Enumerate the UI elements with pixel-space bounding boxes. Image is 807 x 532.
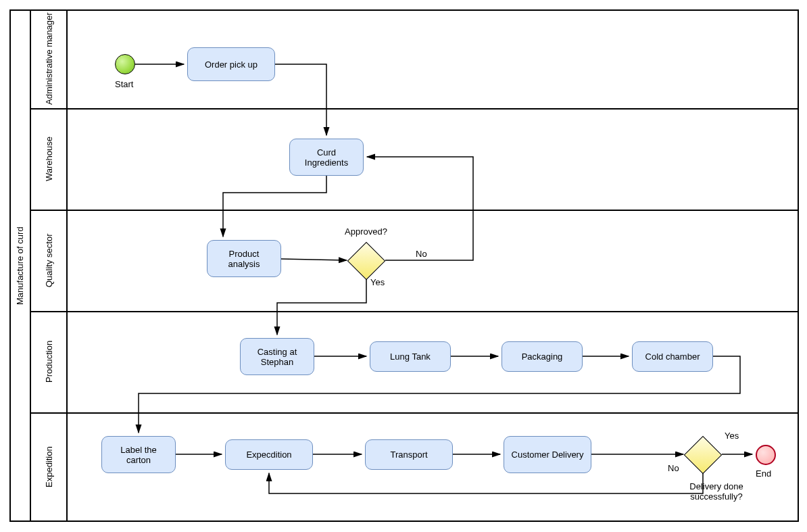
- lane-border-3: [31, 311, 799, 312]
- lane-border-1: [31, 108, 799, 110]
- lane-title-expedition: Expedition: [31, 412, 66, 522]
- gateway-delivery-label: Delivery done successfully?: [676, 481, 757, 502]
- lane-border-4: [31, 412, 799, 414]
- task-label-carton: Label the carton: [101, 436, 176, 473]
- task-curd-ingredients: Curd Ingredients: [289, 139, 364, 176]
- task-expedition: Expecdition: [225, 439, 313, 470]
- bpmn-diagram: Manufacture of curd Administrative manag…: [0, 0, 807, 532]
- task-packaging: Packaging: [502, 341, 583, 372]
- task-transport: Transport: [365, 439, 453, 470]
- lane-border-2: [31, 210, 799, 211]
- task-product-analysis: Product analysis: [207, 240, 281, 277]
- start-event: [115, 54, 135, 74]
- start-label: Start: [115, 79, 133, 89]
- pool-title: Manufacture of curd: [9, 9, 30, 522]
- lane-title-separator: [66, 9, 68, 522]
- lane-title-production: Production: [31, 311, 66, 412]
- task-order-pickup: Order pick up: [187, 47, 275, 81]
- gateway-approved-label: Approved?: [345, 226, 387, 237]
- task-cold-chamber: Cold chamber: [632, 341, 713, 372]
- gateway-approved-yes: Yes: [370, 277, 387, 287]
- task-customer-delivery: Customer Delivery: [504, 436, 591, 473]
- gateway-delivery-no: No: [668, 463, 679, 473]
- lane-title-admin: Administrative manager: [31, 9, 66, 108]
- lane-title-quality: Quality sector: [31, 210, 66, 311]
- end-event: [756, 445, 776, 465]
- lane-title-warehouse: Warehouse: [31, 108, 66, 210]
- end-label: End: [756, 468, 771, 479]
- task-lung-tank: Lung Tank: [370, 341, 451, 372]
- gateway-delivery-yes: Yes: [725, 431, 741, 441]
- task-casting: Casting at Stephan: [240, 338, 314, 375]
- gateway-approved-no: No: [416, 249, 427, 259]
